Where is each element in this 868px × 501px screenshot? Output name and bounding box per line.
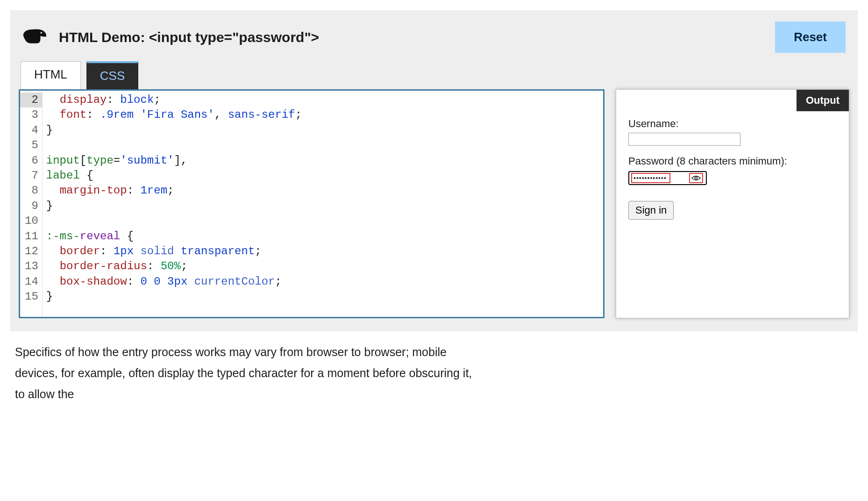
code-line[interactable]: label {: [46, 168, 302, 183]
password-input-wrap[interactable]: ••••••••••••: [628, 171, 707, 185]
line-number: 8: [25, 183, 38, 198]
reset-button[interactable]: Reset: [775, 21, 846, 53]
code-line[interactable]: }: [46, 199, 302, 214]
code-line[interactable]: }: [46, 123, 302, 138]
svg-point-0: [695, 177, 697, 179]
interactive-demo: HTML Demo: <input type="password"> Reset…: [10, 10, 858, 331]
line-number: 4: [25, 123, 38, 138]
demo-panels: 23456789101112131415 display: block; fon…: [19, 89, 849, 318]
reveal-password-icon[interactable]: [689, 173, 703, 183]
code-line[interactable]: input[type='submit'],: [46, 153, 302, 168]
code-line[interactable]: [46, 214, 302, 229]
code-line[interactable]: margin-top: 1rem;: [46, 183, 302, 198]
code-line[interactable]: display: block;: [46, 93, 302, 107]
article-paragraph: Specifics of how the entry process works…: [15, 342, 482, 405]
css-editor[interactable]: 23456789101112131415 display: block; fon…: [19, 89, 605, 318]
demo-header: HTML Demo: <input type="password"> Reset: [19, 10, 849, 61]
output-pane: Output Username: Password (8 characters …: [616, 89, 849, 318]
code-line[interactable]: }: [46, 289, 302, 304]
code-line[interactable]: box-shadow: 0 0 3px currentColor;: [46, 274, 302, 289]
line-number: 11: [25, 229, 38, 244]
sign-in-button[interactable]: Sign in: [628, 201, 674, 220]
tab-css[interactable]: CSS: [86, 61, 138, 89]
username-input[interactable]: [628, 133, 740, 146]
demo-title-row: HTML Demo: <input type="password">: [22, 27, 319, 48]
editor-tabs: HTML CSS: [19, 61, 849, 89]
dino-icon: [22, 27, 49, 48]
editor-gutter: 23456789101112131415: [20, 91, 43, 317]
demo-title: HTML Demo: <input type="password">: [59, 29, 319, 45]
code-line[interactable]: :-ms-reveal {: [46, 229, 302, 244]
line-number: 3: [25, 107, 38, 122]
password-label: Password (8 characters minimum):: [628, 155, 837, 167]
line-number: 10: [25, 214, 38, 229]
line-number: 6: [25, 153, 38, 168]
line-number: 14: [25, 274, 38, 289]
username-label: Username:: [628, 118, 837, 130]
line-number: 2: [20, 93, 42, 107]
editor-code[interactable]: display: block; font: .9rem 'Fira Sans',…: [43, 91, 306, 317]
tab-html[interactable]: HTML: [21, 61, 81, 89]
code-line[interactable]: border: 1px solid transparent;: [46, 244, 302, 259]
code-line[interactable]: font: .9rem 'Fira Sans', sans-serif;: [46, 107, 302, 122]
line-number: 9: [25, 199, 38, 214]
code-line[interactable]: border-radius: 50%;: [46, 259, 302, 274]
line-number: 15: [25, 289, 38, 304]
line-number: 13: [25, 259, 38, 274]
line-number: 7: [25, 168, 38, 183]
password-masked-value: ••••••••••••: [631, 173, 670, 183]
code-line[interactable]: [46, 138, 302, 153]
line-number: 5: [25, 138, 38, 153]
line-number: 12: [25, 244, 38, 259]
output-badge: Output: [797, 90, 849, 111]
